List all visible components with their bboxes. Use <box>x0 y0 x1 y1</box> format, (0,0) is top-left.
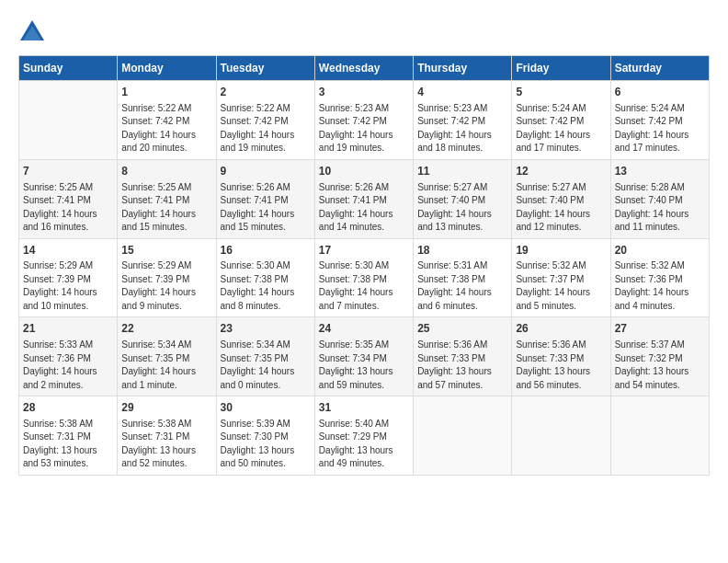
calendar-cell: 21Sunrise: 5:33 AM Sunset: 7:36 PM Dayli… <box>19 317 118 396</box>
day-info: Sunrise: 5:29 AM Sunset: 7:39 PM Dayligh… <box>23 259 113 313</box>
calendar-cell: 25Sunrise: 5:36 AM Sunset: 7:33 PM Dayli… <box>414 317 512 396</box>
day-info: Sunrise: 5:33 AM Sunset: 7:36 PM Dayligh… <box>23 339 113 392</box>
header-tuesday: Tuesday <box>216 56 314 81</box>
day-number: 12 <box>516 164 606 179</box>
day-number: 25 <box>417 321 507 337</box>
day-info: Sunrise: 5:37 AM Sunset: 7:32 PM Dayligh… <box>615 339 705 392</box>
day-info: Sunrise: 5:27 AM Sunset: 7:40 PM Dayligh… <box>516 181 606 235</box>
day-info: Sunrise: 5:25 AM Sunset: 7:41 PM Dayligh… <box>23 181 113 235</box>
day-number: 20 <box>615 243 705 259</box>
calendar-cell: 19Sunrise: 5:32 AM Sunset: 7:37 PM Dayli… <box>512 238 610 317</box>
header-saturday: Saturday <box>610 56 709 81</box>
calendar-cell: 20Sunrise: 5:32 AM Sunset: 7:36 PM Dayli… <box>610 238 709 317</box>
calendar: SundayMondayTuesdayWednesdayThursdayFrid… <box>18 55 710 476</box>
day-number: 19 <box>516 243 606 259</box>
day-info: Sunrise: 5:23 AM Sunset: 7:42 PM Dayligh… <box>417 102 507 155</box>
day-info: Sunrise: 5:30 AM Sunset: 7:38 PM Dayligh… <box>319 259 409 313</box>
day-number: 16 <box>221 243 311 259</box>
day-info: Sunrise: 5:30 AM Sunset: 7:38 PM Dayligh… <box>221 259 311 313</box>
day-number: 2 <box>221 85 311 100</box>
header-thursday: Thursday <box>414 56 512 81</box>
day-number: 15 <box>121 243 211 259</box>
day-info: Sunrise: 5:36 AM Sunset: 7:33 PM Dayligh… <box>516 339 606 392</box>
calendar-cell <box>512 396 610 476</box>
calendar-cell: 23Sunrise: 5:34 AM Sunset: 7:35 PM Dayli… <box>216 317 314 396</box>
day-info: Sunrise: 5:34 AM Sunset: 7:35 PM Dayligh… <box>121 339 211 392</box>
calendar-cell: 7Sunrise: 5:25 AM Sunset: 7:41 PM Daylig… <box>19 159 118 238</box>
day-info: Sunrise: 5:32 AM Sunset: 7:36 PM Dayligh… <box>615 259 705 313</box>
calendar-header-row: SundayMondayTuesdayWednesdayThursdayFrid… <box>19 56 710 81</box>
page-header <box>18 18 710 46</box>
calendar-cell: 11Sunrise: 5:27 AM Sunset: 7:40 PM Dayli… <box>414 159 512 238</box>
calendar-cell: 5Sunrise: 5:24 AM Sunset: 7:42 PM Daylig… <box>512 81 610 160</box>
calendar-cell <box>610 396 709 476</box>
day-info: Sunrise: 5:24 AM Sunset: 7:42 PM Dayligh… <box>615 102 705 155</box>
day-number: 5 <box>516 85 606 100</box>
calendar-cell <box>414 396 512 476</box>
calendar-cell: 24Sunrise: 5:35 AM Sunset: 7:34 PM Dayli… <box>314 317 413 396</box>
calendar-cell: 29Sunrise: 5:38 AM Sunset: 7:31 PM Dayli… <box>118 396 216 476</box>
day-number: 3 <box>319 85 409 100</box>
day-info: Sunrise: 5:27 AM Sunset: 7:40 PM Dayligh… <box>417 181 507 235</box>
calendar-cell: 27Sunrise: 5:37 AM Sunset: 7:32 PM Dayli… <box>610 317 709 396</box>
day-number: 18 <box>417 243 507 259</box>
day-info: Sunrise: 5:29 AM Sunset: 7:39 PM Dayligh… <box>121 259 211 313</box>
week-row-4: 21Sunrise: 5:33 AM Sunset: 7:36 PM Dayli… <box>19 317 710 396</box>
day-info: Sunrise: 5:24 AM Sunset: 7:42 PM Dayligh… <box>516 102 606 155</box>
header-wednesday: Wednesday <box>314 56 413 81</box>
calendar-cell: 6Sunrise: 5:24 AM Sunset: 7:42 PM Daylig… <box>610 81 709 160</box>
calendar-cell <box>19 81 118 160</box>
day-number: 6 <box>615 85 705 100</box>
week-row-5: 28Sunrise: 5:38 AM Sunset: 7:31 PM Dayli… <box>19 396 710 476</box>
day-info: Sunrise: 5:38 AM Sunset: 7:31 PM Dayligh… <box>23 418 113 471</box>
day-number: 28 <box>23 400 113 416</box>
week-row-1: 1Sunrise: 5:22 AM Sunset: 7:42 PM Daylig… <box>19 81 710 160</box>
day-info: Sunrise: 5:26 AM Sunset: 7:41 PM Dayligh… <box>221 181 311 235</box>
calendar-cell: 16Sunrise: 5:30 AM Sunset: 7:38 PM Dayli… <box>216 238 314 317</box>
day-number: 23 <box>221 321 311 337</box>
calendar-cell: 15Sunrise: 5:29 AM Sunset: 7:39 PM Dayli… <box>118 238 216 317</box>
calendar-cell: 31Sunrise: 5:40 AM Sunset: 7:29 PM Dayli… <box>314 396 413 476</box>
calendar-cell: 28Sunrise: 5:38 AM Sunset: 7:31 PM Dayli… <box>19 396 118 476</box>
logo-icon <box>18 18 46 46</box>
calendar-cell: 12Sunrise: 5:27 AM Sunset: 7:40 PM Dayli… <box>512 159 610 238</box>
calendar-cell: 8Sunrise: 5:25 AM Sunset: 7:41 PM Daylig… <box>118 159 216 238</box>
day-info: Sunrise: 5:38 AM Sunset: 7:31 PM Dayligh… <box>121 418 211 471</box>
calendar-cell: 30Sunrise: 5:39 AM Sunset: 7:30 PM Dayli… <box>216 396 314 476</box>
calendar-cell: 22Sunrise: 5:34 AM Sunset: 7:35 PM Dayli… <box>118 317 216 396</box>
day-number: 30 <box>221 400 311 416</box>
header-friday: Friday <box>512 56 610 81</box>
calendar-cell: 18Sunrise: 5:31 AM Sunset: 7:38 PM Dayli… <box>414 238 512 317</box>
day-info: Sunrise: 5:40 AM Sunset: 7:29 PM Dayligh… <box>319 418 409 471</box>
day-number: 31 <box>319 400 409 416</box>
day-info: Sunrise: 5:25 AM Sunset: 7:41 PM Dayligh… <box>121 181 211 235</box>
day-number: 27 <box>615 321 705 337</box>
day-number: 11 <box>417 164 507 179</box>
day-number: 29 <box>121 400 211 416</box>
day-number: 24 <box>319 321 409 337</box>
day-info: Sunrise: 5:35 AM Sunset: 7:34 PM Dayligh… <box>319 339 409 392</box>
day-number: 14 <box>23 243 113 259</box>
calendar-cell: 4Sunrise: 5:23 AM Sunset: 7:42 PM Daylig… <box>414 81 512 160</box>
week-row-3: 14Sunrise: 5:29 AM Sunset: 7:39 PM Dayli… <box>19 238 710 317</box>
day-info: Sunrise: 5:36 AM Sunset: 7:33 PM Dayligh… <box>417 339 507 392</box>
calendar-cell: 3Sunrise: 5:23 AM Sunset: 7:42 PM Daylig… <box>314 81 413 160</box>
day-info: Sunrise: 5:34 AM Sunset: 7:35 PM Dayligh… <box>221 339 311 392</box>
header-monday: Monday <box>118 56 216 81</box>
day-number: 13 <box>615 164 705 179</box>
day-number: 21 <box>23 321 113 337</box>
day-number: 17 <box>319 243 409 259</box>
day-number: 1 <box>121 85 211 100</box>
day-number: 4 <box>417 85 507 100</box>
day-info: Sunrise: 5:39 AM Sunset: 7:30 PM Dayligh… <box>221 418 311 471</box>
day-number: 9 <box>221 164 311 179</box>
calendar-cell: 1Sunrise: 5:22 AM Sunset: 7:42 PM Daylig… <box>118 81 216 160</box>
day-number: 7 <box>23 164 113 179</box>
calendar-cell: 14Sunrise: 5:29 AM Sunset: 7:39 PM Dayli… <box>19 238 118 317</box>
day-info: Sunrise: 5:26 AM Sunset: 7:41 PM Dayligh… <box>319 181 409 235</box>
day-info: Sunrise: 5:28 AM Sunset: 7:40 PM Dayligh… <box>615 181 705 235</box>
day-number: 26 <box>516 321 606 337</box>
day-number: 22 <box>121 321 211 337</box>
calendar-cell: 26Sunrise: 5:36 AM Sunset: 7:33 PM Dayli… <box>512 317 610 396</box>
day-number: 8 <box>121 164 211 179</box>
